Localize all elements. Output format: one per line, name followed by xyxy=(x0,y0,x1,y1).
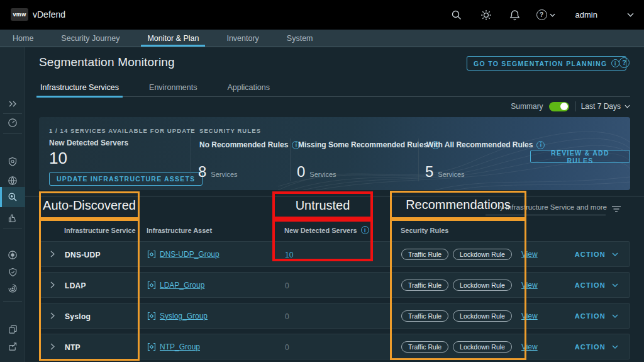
service-name: NTP xyxy=(65,343,80,352)
action-dropdown[interactable]: ACTION xyxy=(575,251,618,258)
infrastructure-services-table: DNS-UDP DNS-UDP_Group 10 Traffic Rule Lo… xyxy=(39,241,630,362)
col-header-infrastructure-asset: Infrastructure Asset xyxy=(147,227,212,234)
chevron-down-icon xyxy=(612,314,618,318)
review-add-rules-button[interactable]: REVIEW & ADD RULES xyxy=(530,150,630,163)
view-rules-link[interactable]: View xyxy=(521,342,538,351)
sidebar-shield-overview-icon[interactable] xyxy=(0,152,25,172)
asset-group-link[interactable]: Syslog_Group xyxy=(160,312,208,320)
filter-input[interactable]: y Infrastructure Service and more xyxy=(499,203,607,211)
tab-environments[interactable]: Environments xyxy=(148,81,198,96)
filter-icon[interactable] xyxy=(611,205,621,216)
view-controls: Summary Last 7 Days xyxy=(511,101,630,111)
new-detected-servers-count[interactable]: 10 xyxy=(285,251,293,259)
chevron-down-icon xyxy=(625,105,630,108)
view-rules-link[interactable]: View xyxy=(521,250,538,259)
asset-group-link[interactable]: NTP_Group xyxy=(160,342,200,351)
row-expand-chevron-icon[interactable] xyxy=(40,343,65,350)
info-icon[interactable]: i xyxy=(536,141,545,149)
group-icon xyxy=(147,250,156,259)
action-dropdown[interactable]: ACTION xyxy=(575,281,618,289)
group-icon xyxy=(147,342,156,351)
top-bar: vmw vDefend ? admin xyxy=(0,0,644,30)
time-range-dropdown[interactable]: Last 7 Days xyxy=(581,102,630,111)
table-row-dns-udp: DNS-UDP DNS-UDP_Group 10 Traffic Rule Lo… xyxy=(39,241,630,267)
sidebar-expand-icon[interactable] xyxy=(0,94,25,114)
no-recommended-rules-label: No Recommended Rules i xyxy=(199,140,300,149)
security-rules-heading: SECURITY RULES xyxy=(199,127,261,134)
user-menu[interactable]: admin xyxy=(575,10,597,20)
col-header-security-rules: Security Rules xyxy=(401,227,448,234)
group-icon xyxy=(147,312,156,320)
nav-item-security-journey[interactable]: Security Journey xyxy=(47,30,133,47)
table-row-ntp: NTP NTP_Group 0 Traffic Rule Lockdown Ru… xyxy=(39,334,630,359)
view-rules-link[interactable]: View xyxy=(521,312,538,320)
traffic-rule-badge: Traffic Rule xyxy=(401,249,448,260)
summary-toggle[interactable] xyxy=(549,102,569,111)
new-detected-servers-label: New Detected Servers xyxy=(49,139,128,147)
with-all-rules-value: 5Services xyxy=(425,163,465,181)
service-name: Syslog xyxy=(65,312,91,321)
table-row-syslog: Syslog Syslog_Group 0 Traffic Rule Lockd… xyxy=(39,303,630,329)
row-expand-chevron-icon[interactable] xyxy=(40,251,65,257)
nav-item-inventory[interactable]: Inventory xyxy=(213,30,272,47)
lockdown-rule-badge: Lockdown Rule xyxy=(453,310,512,322)
sidebar-monitoring-active-icon[interactable] xyxy=(0,187,25,207)
table-row-ldap: LDAP LDAP_Group 0 Traffic Rule Lockdown … xyxy=(39,272,630,298)
services-available-kicker: 1 / 14 SERVICES AVAILABLE FOR UPDATE xyxy=(49,127,196,134)
new-detected-servers-value: 10 xyxy=(49,149,67,168)
new-detected-servers-count: 0 xyxy=(285,281,289,290)
sidebar-dashboard-icon[interactable] xyxy=(0,113,25,133)
new-detected-servers-count: 0 xyxy=(285,312,289,321)
lockdown-rule-badge: Lockdown Rule xyxy=(453,249,512,260)
notifications-bell-icon[interactable] xyxy=(509,9,521,21)
nav-item-monitor-plan[interactable]: Monitor & Plan xyxy=(133,30,213,47)
row-expand-chevron-icon[interactable] xyxy=(40,312,65,319)
service-name: DNS-UDP xyxy=(65,251,101,259)
group-icon xyxy=(147,281,156,290)
new-detected-servers-count: 0 xyxy=(285,343,289,352)
traffic-rule-badge: Traffic Rule xyxy=(401,280,448,291)
chevron-down-icon xyxy=(612,345,618,349)
sidebar-export-icon[interactable] xyxy=(0,336,25,356)
tab-applications[interactable]: Applications xyxy=(226,81,270,96)
sidebar-threat-swirl-icon[interactable] xyxy=(0,278,25,298)
update-infrastructure-assets-button[interactable]: UPDATE INFRASTRUCTURE ASSETS xyxy=(49,172,203,186)
col-header-new-detected-servers: New Detected Serversi xyxy=(284,226,401,234)
lockdown-rule-badge: Lockdown Rule xyxy=(453,341,512,353)
search-icon[interactable] xyxy=(450,9,463,21)
product-name: vDefend xyxy=(33,9,65,20)
sidebar-recommendation-icon[interactable] xyxy=(0,208,25,229)
tab-infrastructure-services[interactable]: Infrastructure Services xyxy=(39,81,120,96)
asset-group-link[interactable]: DNS-UDP_Group xyxy=(160,250,219,259)
lockdown-rule-badge: Lockdown Rule xyxy=(453,280,512,291)
nav-item-home[interactable]: Home xyxy=(13,30,47,47)
chevron-down-icon xyxy=(612,252,618,256)
brightness-icon[interactable] xyxy=(480,9,492,21)
service-name: LDAP xyxy=(65,281,86,290)
missing-some-rules-value: 0Services xyxy=(297,163,336,181)
vmware-logo: vmw xyxy=(11,8,28,21)
row-expand-chevron-icon[interactable] xyxy=(40,281,65,288)
help-icon[interactable]: ? xyxy=(536,9,555,21)
table-header-row: Infrastructure Service Infrastructure As… xyxy=(39,219,630,241)
page-title: Segmentation Monitoring xyxy=(39,55,175,69)
action-dropdown[interactable]: ACTION xyxy=(575,312,618,320)
view-rules-link[interactable]: View xyxy=(521,281,538,290)
vdefend-app-window: vmw vDefend ? admin Home Security Journ xyxy=(0,0,644,362)
page-tabs: Infrastructure Services Environments App… xyxy=(39,81,630,97)
page-help-icon[interactable]: ? xyxy=(619,57,630,68)
nav-item-system[interactable]: System xyxy=(273,30,327,47)
traffic-rule-badge: Traffic Rule xyxy=(401,310,448,322)
asset-group-link[interactable]: LDAP_Group xyxy=(160,281,204,290)
with-all-rules-label: With All Recommended Rules i xyxy=(426,140,545,149)
main-nav: Home Security Journey Monitor & Plan Inv… xyxy=(0,30,644,47)
col-header-infrastructure-service: Infrastructure Service xyxy=(64,227,136,234)
left-sidebar xyxy=(0,47,25,362)
chevron-down-icon xyxy=(612,283,618,287)
summary-label: Summary xyxy=(511,102,543,111)
info-icon[interactable]: i xyxy=(361,226,369,234)
go-to-segmentation-planning-button[interactable]: GO TO SEGMENTATION PLANNING i xyxy=(467,56,626,71)
user-chevron-icon[interactable] xyxy=(624,9,636,21)
action-dropdown[interactable]: ACTION xyxy=(575,343,618,351)
summary-stats-panel: 1 / 14 SERVICES AVAILABLE FOR UPDATE New… xyxy=(39,117,630,190)
